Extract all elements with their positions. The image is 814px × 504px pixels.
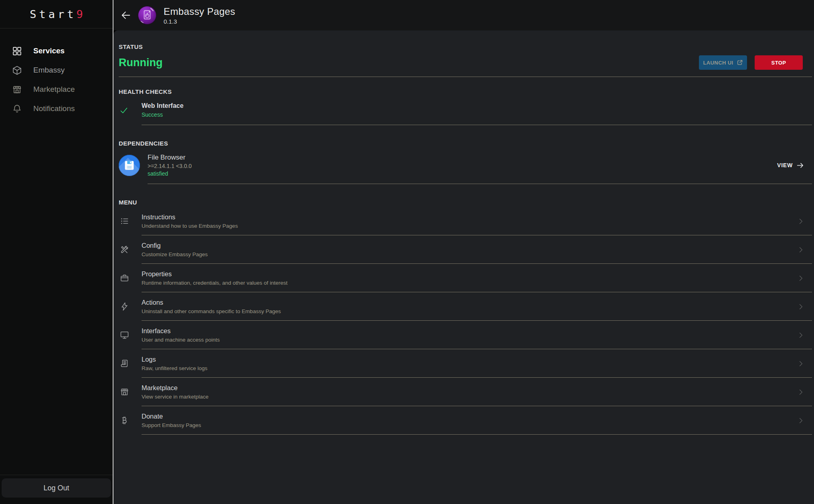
- dependency-name: File Browser: [148, 154, 192, 162]
- sidebar-item-embassy[interactable]: Embassy: [0, 61, 113, 80]
- menu-item-title: Interfaces: [142, 327, 220, 335]
- logo-text: Start: [30, 8, 76, 20]
- health-check-result: Success: [142, 111, 184, 118]
- menu-item-subtitle: Uninstall and other commands specific to…: [142, 308, 281, 314]
- dependency-text: File Browser >=2.14.1.1 <3.0.0 satisfied: [148, 154, 192, 177]
- check-success-icon: [119, 102, 142, 118]
- app-version: 0.1.3: [164, 18, 235, 25]
- chevron-right-icon: [797, 360, 805, 368]
- chevron-right-icon: [797, 388, 805, 396]
- menu-item-title: Marketplace: [142, 384, 209, 392]
- menu-item-subtitle: View service in marketplace: [142, 394, 209, 400]
- start9-logo: Start9: [0, 0, 113, 28]
- menu-item-config[interactable]: Config Customize Embassy Pages: [119, 235, 812, 264]
- storefront-icon: [119, 387, 142, 397]
- dependency-status: satisfied: [148, 170, 192, 177]
- sidebar-item-label: Marketplace: [33, 85, 75, 94]
- divider: [142, 434, 812, 435]
- divider: [148, 184, 812, 184]
- menu-item-subtitle: Understand how to use Embassy Pages: [142, 223, 238, 229]
- logout-button[interactable]: Log Out: [2, 478, 111, 498]
- file-browser-app-icon: [119, 155, 148, 176]
- sidebar-item-services[interactable]: Services: [0, 41, 113, 61]
- divider: [0, 28, 113, 28]
- chevron-right-icon: [797, 331, 805, 339]
- menu-item-subtitle: User and machine access points: [142, 337, 220, 343]
- menu-item-subtitle: Runtime information, credentials, and ot…: [142, 280, 288, 286]
- main-panel: Embassy Pages 0.1.3 STATUS Running LAUNC…: [113, 0, 814, 504]
- embassy-pages-app-icon: [138, 6, 157, 25]
- menu-item-interfaces[interactable]: Interfaces User and machine access point…: [119, 321, 812, 349]
- service-detail-content: STATUS Running LAUNCH UI STOP: [113, 30, 814, 504]
- divider: [142, 125, 812, 125]
- menu-item-donate[interactable]: Donate Support Embassy Pages: [119, 406, 812, 435]
- list-icon: [119, 217, 142, 226]
- lightning-icon: [119, 302, 142, 311]
- storefront-icon: [12, 85, 22, 95]
- logs-icon: [119, 359, 142, 368]
- menu-item-title: Instructions: [142, 213, 238, 221]
- menu-item-text: Logs Raw, unfiltered service logs: [142, 356, 207, 371]
- launch-ui-label: LAUNCH UI: [703, 60, 733, 66]
- menu-item-subtitle: Support Embassy Pages: [142, 422, 201, 428]
- chevron-right-icon: [797, 217, 805, 225]
- sidebar-item-label: Services: [33, 47, 65, 55]
- menu-item-instructions[interactable]: Instructions Understand how to use Embas…: [119, 207, 812, 235]
- grid-icon: [12, 46, 22, 56]
- view-label: VIEW: [777, 162, 793, 168]
- health-check-text: Web Interface Success: [142, 102, 184, 118]
- chevron-right-icon: [797, 274, 805, 282]
- dependency-row-file-browser[interactable]: File Browser >=2.14.1.1 <3.0.0 satisfied…: [119, 153, 812, 178]
- menu-item-marketplace[interactable]: Marketplace View service in marketplace: [119, 378, 812, 406]
- status-row: Running LAUNCH UI STOP: [119, 55, 812, 70]
- menu-item-text: Instructions Understand how to use Embas…: [142, 213, 238, 229]
- launch-ui-button[interactable]: LAUNCH UI: [699, 55, 747, 70]
- health-check-row: Web Interface Success: [119, 102, 812, 118]
- header-text: Embassy Pages 0.1.3: [164, 6, 235, 25]
- menu-item-title: Donate: [142, 413, 201, 420]
- menu-list: Instructions Understand how to use Embas…: [119, 207, 812, 435]
- menu-item-title: Properties: [142, 270, 288, 278]
- menu-item-text: Marketplace View service in marketplace: [142, 384, 209, 400]
- health-checks-section-label: HEALTH CHECKS: [119, 88, 812, 95]
- back-button[interactable]: [119, 8, 133, 22]
- sidebar-item-label: Notifications: [33, 104, 75, 113]
- app-window: Start9 Services: [0, 0, 814, 504]
- chevron-right-icon: [797, 246, 805, 254]
- page-title: Embassy Pages: [164, 6, 235, 17]
- arrow-right-icon: [796, 162, 804, 169]
- menu-item-text: Actions Uninstall and other commands spe…: [142, 299, 281, 314]
- dependency-version-range: >=2.14.1.1 <3.0.0: [148, 163, 192, 169]
- sidebar-nav: Services Embassy: [0, 41, 113, 118]
- menu-item-actions[interactable]: Actions Uninstall and other commands spe…: [119, 292, 812, 321]
- tools-icon: [119, 245, 142, 254]
- menu-item-text: Interfaces User and machine access point…: [142, 327, 220, 343]
- sidebar-item-marketplace[interactable]: Marketplace: [0, 80, 113, 99]
- menu-item-subtitle: Customize Embassy Pages: [142, 251, 208, 257]
- menu-item-text: Properties Runtime information, credenti…: [142, 270, 288, 286]
- sidebar-item-label: Embassy: [33, 66, 65, 75]
- chevron-right-icon: [797, 303, 805, 311]
- stop-label: STOP: [771, 60, 786, 66]
- service-header: Embassy Pages 0.1.3: [113, 0, 814, 30]
- menu-item-logs[interactable]: Logs Raw, unfiltered service logs: [119, 349, 812, 378]
- sidebar: Start9 Services: [0, 0, 113, 504]
- divider: [0, 475, 113, 475]
- view-dependency-button[interactable]: VIEW: [777, 162, 804, 169]
- bitcoin-icon: [119, 416, 142, 425]
- menu-section-label: MENU: [119, 199, 812, 206]
- menu-item-title: Logs: [142, 356, 207, 363]
- cube-icon: [12, 65, 22, 75]
- sidebar-item-notifications[interactable]: Notifications: [0, 99, 113, 118]
- status-section-label: STATUS: [119, 43, 812, 50]
- logout-label: Log Out: [43, 484, 69, 492]
- menu-item-subtitle: Raw, unfiltered service logs: [142, 365, 207, 371]
- menu-item-properties[interactable]: Properties Runtime information, credenti…: [119, 264, 812, 292]
- back-arrow-icon: [120, 10, 132, 21]
- health-check-name: Web Interface: [142, 102, 184, 109]
- chevron-right-icon: [797, 417, 805, 425]
- stop-button[interactable]: STOP: [755, 55, 803, 70]
- status-buttons: LAUNCH UI STOP: [699, 55, 803, 70]
- divider: [119, 77, 812, 77]
- menu-item-title: Actions: [142, 299, 281, 306]
